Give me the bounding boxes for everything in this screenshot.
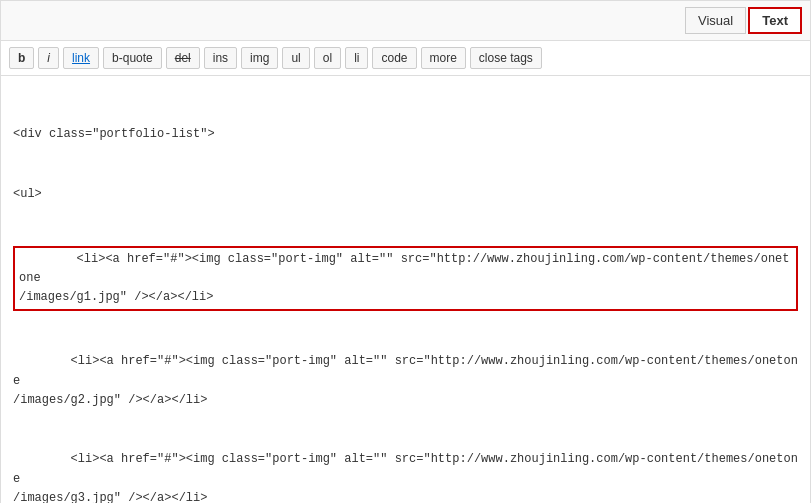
bquote-button[interactable]: b-quote (103, 47, 162, 69)
highlighted-code-line: <li><a href="#"><img class="port-img" al… (13, 246, 798, 312)
ins-button[interactable]: ins (204, 47, 237, 69)
ol-button[interactable]: ol (314, 47, 341, 69)
visual-button[interactable]: Visual (685, 7, 746, 34)
code-button[interactable]: code (372, 47, 416, 69)
code-line: <ul> (13, 184, 798, 205)
bold-button[interactable]: b (9, 47, 34, 69)
code-line: <li><a href="#"><img class="port-img" al… (13, 449, 798, 503)
view-switcher: Visual Text (1, 1, 810, 41)
close-tags-button[interactable]: close tags (470, 47, 542, 69)
text-button[interactable]: Text (748, 7, 802, 34)
img-button[interactable]: img (241, 47, 278, 69)
code-line: <div class="portfolio-list"> (13, 124, 798, 145)
code-editor[interactable]: <div class="portfolio-list"> <ul> <li><a… (1, 76, 810, 503)
code-line: <li><a href="#"><img class="port-img" al… (13, 351, 798, 411)
editor-container: Visual Text b i link b-quote del ins img… (0, 0, 811, 503)
del-button[interactable]: del (166, 47, 200, 69)
link-button[interactable]: link (63, 47, 99, 69)
li-button[interactable]: li (345, 47, 368, 69)
italic-button[interactable]: i (38, 47, 59, 69)
ul-button[interactable]: ul (282, 47, 309, 69)
format-toolbar: b i link b-quote del ins img ul ol li co… (1, 41, 810, 76)
more-button[interactable]: more (421, 47, 466, 69)
